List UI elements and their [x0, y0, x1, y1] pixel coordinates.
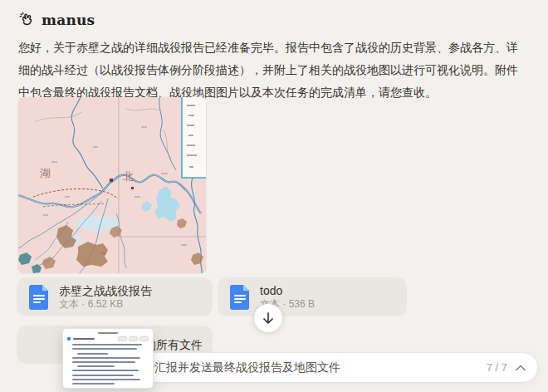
document-icon	[28, 285, 50, 310]
preview-line	[72, 357, 140, 359]
map-label-hu: 湖	[40, 167, 51, 179]
file-preview-popup	[62, 328, 154, 389]
preview-line	[72, 348, 137, 350]
preview-file-name	[73, 338, 95, 341]
preview-line	[77, 365, 115, 367]
preview-tab	[118, 336, 127, 341]
preview-line	[72, 361, 135, 363]
preview-line	[77, 353, 108, 355]
preview-line	[72, 344, 142, 345]
task-status-label: 向用户汇报并发送最终战役报告及地图文件	[120, 360, 487, 375]
preview-line	[72, 379, 140, 380]
chevron-up-icon[interactable]	[516, 365, 526, 371]
battle-map-image[interactable]: 湖 北	[18, 97, 206, 273]
task-progress-counter: 7 / 7	[487, 361, 507, 374]
attachment-card-report[interactable]: 赤壁之战战役报告 文本 · 6.52 KB	[17, 277, 213, 316]
preview-line	[72, 375, 134, 376]
preview-toolbar	[67, 336, 149, 341]
manus-logo-text: manus	[42, 12, 95, 28]
map-label-bei: 北	[123, 170, 134, 183]
attachment-card-todo[interactable]: todo 文本 · 536 B	[218, 277, 407, 316]
preview-file-icon	[67, 337, 71, 341]
attachment-title: 赤壁之战战役报告	[59, 284, 152, 298]
scroll-to-bottom-button[interactable]	[254, 304, 282, 332]
manus-chat-view: manus 您好，关于赤壁之战的详细战役报告已经准备完毕。报告中包含了战役的历史…	[0, 0, 548, 392]
assistant-message: 您好，关于赤壁之战的详细战役报告已经准备完毕。报告中包含了战役的历史背景、参战各…	[18, 37, 528, 104]
preview-tab	[139, 336, 149, 341]
document-icon	[229, 285, 251, 310]
preview-line	[72, 383, 115, 385]
manus-logo-icon	[18, 11, 36, 28]
app-header: manus	[18, 11, 95, 28]
attachment-meta: 文本 · 6.52 KB	[59, 298, 152, 311]
preview-window-title	[98, 332, 118, 334]
preview-line	[72, 370, 139, 371]
down-arrow-icon	[262, 311, 274, 325]
attachment-title: todo	[260, 284, 315, 298]
preview-tab	[129, 336, 138, 341]
